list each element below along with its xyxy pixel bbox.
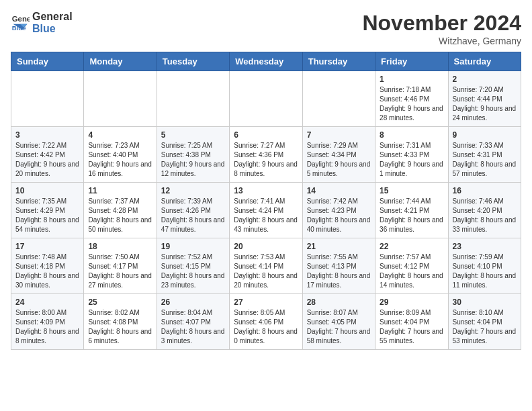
day-number: 7 — [307, 130, 371, 140]
col-tuesday: Tuesday — [157, 52, 229, 71]
logo: General Blue General Blue — [11, 11, 73, 34]
month-title: November 2024 — [362, 11, 521, 36]
day-number: 20 — [234, 242, 298, 251]
day-number: 22 — [380, 242, 443, 251]
day-info: Sunrise: 7:41 AM Sunset: 4:24 PM Dayligh… — [234, 197, 298, 234]
calendar-cell: 17Sunrise: 7:48 AM Sunset: 4:18 PM Dayli… — [11, 238, 84, 294]
day-info: Sunrise: 7:18 AM Sunset: 4:46 PM Dayligh… — [380, 85, 443, 123]
day-info: Sunrise: 7:48 AM Sunset: 4:18 PM Dayligh… — [15, 253, 79, 290]
day-number: 4 — [88, 130, 152, 140]
week-row-5: 24Sunrise: 8:00 AM Sunset: 4:09 PM Dayli… — [11, 294, 521, 350]
day-number: 15 — [380, 186, 443, 195]
calendar-cell: 3Sunrise: 7:22 AM Sunset: 4:42 PM Daylig… — [11, 127, 84, 183]
calendar-cell: 10Sunrise: 7:35 AM Sunset: 4:29 PM Dayli… — [11, 183, 84, 238]
calendar-cell: 30Sunrise: 8:10 AM Sunset: 4:04 PM Dayli… — [448, 294, 521, 350]
day-number: 9 — [453, 130, 517, 140]
calendar-cell: 19Sunrise: 7:52 AM Sunset: 4:15 PM Dayli… — [157, 238, 229, 294]
calendar-cell — [230, 71, 302, 127]
day-number: 26 — [161, 298, 225, 307]
day-number: 28 — [307, 298, 371, 307]
calendar-cell — [302, 71, 375, 127]
day-number: 3 — [15, 130, 79, 140]
week-row-1: 1Sunrise: 7:18 AM Sunset: 4:46 PM Daylig… — [11, 71, 521, 127]
day-number: 14 — [307, 186, 371, 195]
day-number: 12 — [161, 186, 225, 195]
calendar-cell: 15Sunrise: 7:44 AM Sunset: 4:21 PM Dayli… — [375, 183, 448, 238]
logo-icon: General Blue — [11, 13, 30, 32]
calendar-cell — [11, 71, 84, 127]
calendar-cell: 23Sunrise: 7:59 AM Sunset: 4:10 PM Dayli… — [448, 238, 521, 294]
day-number: 11 — [88, 186, 152, 195]
day-number: 29 — [380, 298, 443, 307]
calendar-cell — [84, 71, 157, 127]
day-number: 30 — [453, 298, 517, 307]
day-info: Sunrise: 7:42 AM Sunset: 4:23 PM Dayligh… — [307, 197, 371, 234]
title-block: November 2024 Witzhave, Germany — [362, 11, 521, 46]
calendar-cell: 12Sunrise: 7:39 AM Sunset: 4:26 PM Dayli… — [157, 183, 229, 238]
day-info: Sunrise: 7:35 AM Sunset: 4:29 PM Dayligh… — [15, 197, 79, 234]
calendar-cell: 25Sunrise: 8:02 AM Sunset: 4:08 PM Dayli… — [84, 294, 157, 350]
day-info: Sunrise: 7:20 AM Sunset: 4:44 PM Dayligh… — [453, 85, 517, 123]
day-info: Sunrise: 7:53 AM Sunset: 4:14 PM Dayligh… — [234, 253, 298, 290]
calendar-cell: 21Sunrise: 7:55 AM Sunset: 4:13 PM Dayli… — [302, 238, 375, 294]
day-info: Sunrise: 7:25 AM Sunset: 4:38 PM Dayligh… — [161, 141, 225, 179]
calendar-cell: 6Sunrise: 7:27 AM Sunset: 4:36 PM Daylig… — [230, 127, 302, 183]
calendar-cell: 28Sunrise: 8:07 AM Sunset: 4:05 PM Dayli… — [302, 294, 375, 350]
day-info: Sunrise: 7:44 AM Sunset: 4:21 PM Dayligh… — [380, 197, 443, 234]
calendar-cell — [157, 71, 229, 127]
calendar-cell: 4Sunrise: 7:23 AM Sunset: 4:40 PM Daylig… — [84, 127, 157, 183]
day-number: 16 — [453, 186, 517, 195]
calendar-cell: 20Sunrise: 7:53 AM Sunset: 4:14 PM Dayli… — [230, 238, 302, 294]
day-number: 17 — [15, 242, 79, 251]
day-info: Sunrise: 8:02 AM Sunset: 4:08 PM Dayligh… — [88, 308, 152, 346]
day-number: 13 — [234, 186, 298, 195]
calendar-cell: 22Sunrise: 7:57 AM Sunset: 4:12 PM Dayli… — [375, 238, 448, 294]
day-info: Sunrise: 7:46 AM Sunset: 4:20 PM Dayligh… — [453, 197, 517, 234]
calendar-cell: 5Sunrise: 7:25 AM Sunset: 4:38 PM Daylig… — [157, 127, 229, 183]
day-info: Sunrise: 8:05 AM Sunset: 4:06 PM Dayligh… — [234, 308, 298, 346]
week-row-4: 17Sunrise: 7:48 AM Sunset: 4:18 PM Dayli… — [11, 238, 521, 294]
calendar-cell: 7Sunrise: 7:29 AM Sunset: 4:34 PM Daylig… — [302, 127, 375, 183]
day-info: Sunrise: 7:50 AM Sunset: 4:17 PM Dayligh… — [88, 253, 152, 290]
col-thursday: Thursday — [302, 52, 375, 71]
day-number: 23 — [453, 242, 517, 251]
calendar-cell: 24Sunrise: 8:00 AM Sunset: 4:09 PM Dayli… — [11, 294, 84, 350]
day-info: Sunrise: 7:31 AM Sunset: 4:33 PM Dayligh… — [380, 141, 443, 179]
logo-blue-text: Blue — [32, 23, 73, 35]
day-info: Sunrise: 7:57 AM Sunset: 4:12 PM Dayligh… — [380, 253, 443, 290]
day-info: Sunrise: 8:09 AM Sunset: 4:04 PM Dayligh… — [380, 308, 443, 346]
day-number: 6 — [234, 130, 298, 140]
col-sunday: Sunday — [11, 52, 84, 71]
calendar-cell: 18Sunrise: 7:50 AM Sunset: 4:17 PM Dayli… — [84, 238, 157, 294]
calendar-cell: 29Sunrise: 8:09 AM Sunset: 4:04 PM Dayli… — [375, 294, 448, 350]
calendar-cell: 26Sunrise: 8:04 AM Sunset: 4:07 PM Dayli… — [157, 294, 229, 350]
day-number: 1 — [380, 75, 443, 84]
calendar-cell: 9Sunrise: 7:33 AM Sunset: 4:31 PM Daylig… — [448, 127, 521, 183]
day-number: 8 — [380, 130, 443, 140]
calendar-cell: 11Sunrise: 7:37 AM Sunset: 4:28 PM Dayli… — [84, 183, 157, 238]
week-row-2: 3Sunrise: 7:22 AM Sunset: 4:42 PM Daylig… — [11, 127, 521, 183]
col-saturday: Saturday — [448, 52, 521, 71]
calendar-cell: 13Sunrise: 7:41 AM Sunset: 4:24 PM Dayli… — [230, 183, 302, 238]
day-number: 2 — [453, 75, 517, 84]
day-number: 21 — [307, 242, 371, 251]
day-info: Sunrise: 7:59 AM Sunset: 4:10 PM Dayligh… — [453, 253, 517, 290]
day-info: Sunrise: 7:27 AM Sunset: 4:36 PM Dayligh… — [234, 141, 298, 179]
day-number: 10 — [15, 186, 79, 195]
day-number: 18 — [88, 242, 152, 251]
page-header: General Blue General Blue November 2024 … — [11, 11, 521, 46]
day-info: Sunrise: 7:23 AM Sunset: 4:40 PM Dayligh… — [88, 141, 152, 179]
svg-text:General: General — [12, 15, 30, 23]
day-info: Sunrise: 7:22 AM Sunset: 4:42 PM Dayligh… — [15, 141, 79, 179]
calendar-cell: 2Sunrise: 7:20 AM Sunset: 4:44 PM Daylig… — [448, 71, 521, 127]
calendar-cell: 27Sunrise: 8:05 AM Sunset: 4:06 PM Dayli… — [230, 294, 302, 350]
day-number: 5 — [161, 130, 225, 140]
logo-general-text: General — [32, 11, 73, 23]
calendar-cell: 16Sunrise: 7:46 AM Sunset: 4:20 PM Dayli… — [448, 183, 521, 238]
calendar-cell: 14Sunrise: 7:42 AM Sunset: 4:23 PM Dayli… — [302, 183, 375, 238]
day-info: Sunrise: 7:55 AM Sunset: 4:13 PM Dayligh… — [307, 253, 371, 290]
svg-text:Blue: Blue — [12, 24, 26, 31]
col-wednesday: Wednesday — [230, 52, 302, 71]
col-friday: Friday — [375, 52, 448, 71]
day-info: Sunrise: 7:29 AM Sunset: 4:34 PM Dayligh… — [307, 141, 371, 179]
